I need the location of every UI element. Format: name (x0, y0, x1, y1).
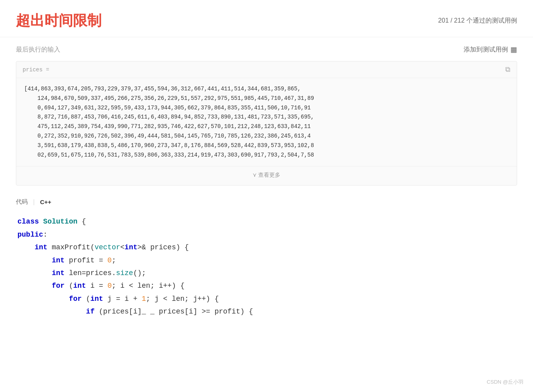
last-input-section: 最后执行的输入 添加到测试用例 ▦ (0, 37, 533, 58)
add-test-icon: ▦ (510, 45, 517, 54)
input-data-box: prices = ⧉ [414,863,393,674,205,793,229,… (16, 61, 517, 185)
watermark: CSDN @丘小羽 (487, 379, 523, 386)
prices-label: prices = (23, 67, 49, 73)
last-input-label: 最后执行的输入 (16, 46, 60, 54)
code-lang: C++ (40, 199, 51, 205)
header-section: 超出时间限制 201 / 212 个通过的测试用例 (0, 0, 533, 37)
code-line-4: int profit = 0; (17, 254, 516, 267)
code-divider: ｜ (31, 198, 37, 206)
tle-title: 超出时间限制 (16, 11, 102, 31)
view-more-button[interactable]: ⋎ 查看更多 (16, 166, 517, 185)
code-header: 代码 ｜ C++ (8, 195, 525, 209)
add-test-label: 添加到测试用例 (464, 46, 508, 54)
code-block: class Solution { public: int maxProfit(v… (8, 209, 525, 318)
code-label: 代码 (16, 198, 28, 206)
code-line-5: int len=prices.size(); (17, 267, 516, 279)
prices-data: [414,863,393,674,205,793,229,379,37,455,… (24, 86, 314, 158)
view-more-label: ⋎ 查看更多 (253, 172, 280, 178)
test-count: 201 / 212 个通过的测试用例 (438, 17, 517, 25)
code-line-1: class Solution { (17, 215, 516, 228)
code-line-6: for (int i = 0; i < len; i++) { (17, 279, 516, 292)
code-line-8: if (prices[i]_ _ prices[i] >= profit) { (17, 305, 516, 318)
code-line-3: int maxProfit(vector<int>& prices) { (17, 241, 516, 254)
code-line-7: for (int j = i + 1; j < len; j++) { (17, 293, 516, 305)
add-test-button[interactable]: 添加到测试用例 ▦ (464, 45, 517, 54)
code-section: 代码 ｜ C++ class Solution { public: int ma… (0, 195, 533, 318)
input-data-header: prices = ⧉ (16, 61, 517, 78)
code-line-2: public: (17, 228, 516, 241)
copy-icon[interactable]: ⧉ (505, 65, 510, 74)
input-data-content: [414,863,393,674,205,793,229,379,37,455,… (16, 78, 517, 166)
page-container: 超出时间限制 201 / 212 个通过的测试用例 最后执行的输入 添加到测试用… (0, 0, 533, 392)
